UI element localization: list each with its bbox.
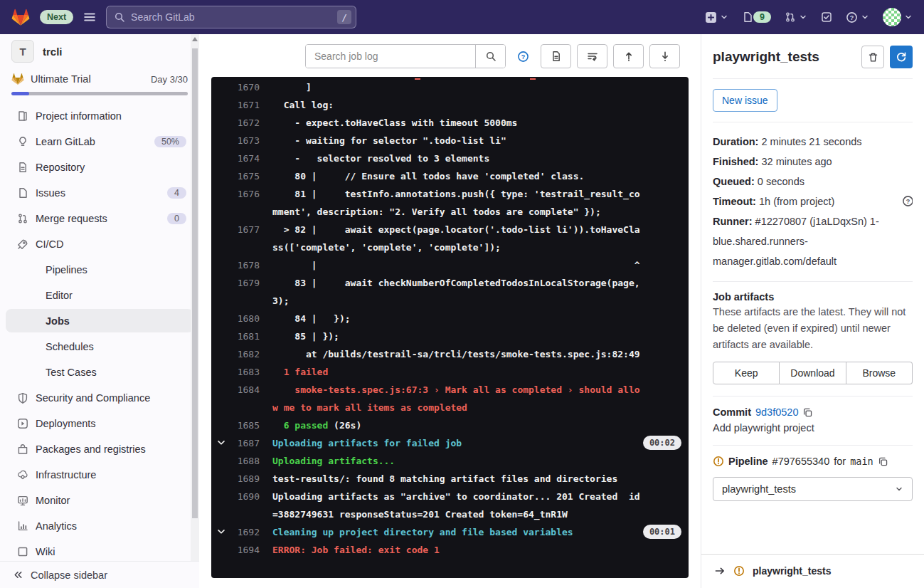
detail-label: Queued: [713, 176, 758, 187]
log-line-number[interactable]: 1684 [225, 381, 260, 399]
sidebar-job-list-item[interactable]: playwright_tests [701, 554, 924, 588]
collapse-sidebar-button[interactable]: Collapse sidebar [0, 561, 199, 588]
log-line-number[interactable]: 1681 [225, 327, 260, 345]
doc-text-icon [551, 51, 562, 62]
sidebar-item-editor[interactable]: Editor [6, 283, 193, 307]
log-line-number[interactable]: 1680 [225, 310, 260, 327]
log-line-number[interactable]: 1679 [225, 274, 260, 292]
log-line-number[interactable]: 1683 [225, 363, 260, 381]
log-line-1672: 1672 - expect.toHaveClass with timeout 5… [211, 114, 689, 132]
chevron-down-icon[interactable] [216, 438, 226, 448]
global-search-input[interactable] [131, 11, 331, 23]
job-log-search-button[interactable] [475, 45, 505, 68]
log-line-number[interactable]: 1692 [225, 523, 260, 541]
log-line-number[interactable]: 1688 [225, 452, 260, 470]
job-stage-dropdown[interactable]: playwright_tests [713, 477, 913, 501]
sidebar-scrollbar[interactable] [191, 34, 199, 561]
log-line-number[interactable]: 1694 [225, 541, 260, 559]
log-line-number[interactable]: 1677 [225, 221, 260, 238]
scrollbar-up-arrow[interactable] [192, 37, 198, 41]
log-text-segment: 83 | await checkNumberOfCompletedTodosIn… [272, 278, 645, 306]
sidebar-item-wiki[interactable]: Wiki [6, 540, 193, 561]
sidebar-item-infrastructure[interactable]: Infrastructure [6, 463, 193, 486]
log-line-number[interactable]: 1678 [225, 256, 260, 274]
log-line-number[interactable]: 1670 [225, 78, 260, 96]
log-line-number[interactable]: 1682 [225, 345, 260, 363]
svg-text:?: ? [906, 198, 910, 205]
browse-artifacts-button[interactable]: Browse [846, 362, 913, 384]
job-details-panel: playwright_tests New issue Duration: 2 m… [701, 34, 924, 588]
sidebar-item-monitor[interactable]: Monitor [6, 488, 193, 512]
merge-requests-menu-button[interactable] [785, 11, 807, 23]
gitlab-logo-icon[interactable] [11, 8, 30, 26]
show-raw-button[interactable] [541, 44, 571, 68]
new-issue-button[interactable]: New issue [713, 89, 777, 112]
analytics-icon [17, 520, 28, 532]
global-search[interactable]: / [106, 6, 356, 28]
sidebar-item-jobs[interactable]: Jobs [6, 309, 193, 332]
issues-shortcut-button[interactable]: 9 [742, 11, 771, 23]
section-duration-badge: 00:02 [643, 436, 681, 450]
scrollbar-thumb[interactable] [192, 48, 198, 518]
next-badge[interactable]: Next [40, 10, 73, 24]
pipeline-ref-link[interactable]: main [850, 456, 873, 467]
sidebar-item-deployments[interactable]: Deployments [6, 411, 193, 435]
log-line-number[interactable]: 1687 [225, 434, 260, 452]
sidebar-item-learn-gitlab[interactable]: Learn GitLab50% [6, 130, 193, 153]
sidebar-item-pipelines[interactable]: Pipelines [6, 258, 193, 281]
log-line-number[interactable]: 1673 [225, 132, 260, 149]
new-menu-button[interactable] [705, 11, 728, 23]
scroll-top-button[interactable] [613, 44, 644, 68]
retry-job-button[interactable] [890, 46, 913, 68]
detail-label: Timeout: [713, 196, 759, 207]
user-menu-button[interactable] [883, 8, 913, 26]
copy-commit-sha-icon[interactable] [802, 407, 813, 418]
erase-job-log-button[interactable] [861, 46, 884, 68]
log-text-segment: 1 failed [272, 367, 328, 377]
log-line-number[interactable]: 1690 [225, 488, 260, 505]
sidebar-item-security-and-compliance[interactable]: Security and Compliance [6, 386, 193, 409]
wrap-lines-button[interactable] [577, 44, 607, 68]
timeout-help-icon[interactable]: ? [902, 195, 913, 207]
keep-artifacts-button[interactable]: Keep [713, 362, 780, 384]
log-line-number[interactable]: 1671 [225, 96, 260, 114]
commit-sha-link[interactable]: 9d3f0520 [755, 406, 798, 418]
log-line-number[interactable]: 1675 [225, 167, 260, 185]
sidebar-item-schedules[interactable]: Schedules [6, 335, 193, 358]
sidebar-item-test-cases[interactable]: Test Cases [6, 360, 193, 384]
retry-icon [896, 51, 907, 63]
pipeline-id-link[interactable]: #797655340 [772, 456, 830, 467]
log-line-number[interactable]: 1672 [225, 114, 260, 132]
sidebar-item-merge-requests[interactable]: Merge requests0 [6, 206, 193, 230]
log-line-number[interactable]: 1689 [225, 470, 260, 488]
project-context-header[interactable]: T trcli [0, 34, 199, 68]
sidebar-item-repository[interactable]: Repository [6, 155, 193, 179]
log-line-number[interactable]: 1685 [225, 416, 260, 434]
log-line-1694: 1694ERROR: Job failed: exit code 1 [211, 541, 689, 559]
sidebar-item-ci-cd[interactable]: CI/CD [6, 232, 193, 256]
scroll-bottom-button[interactable] [649, 44, 680, 68]
log-line-number[interactable]: 1676 [225, 185, 260, 203]
log-line-1677: 1677 > 82 | await expect(page.locator('.… [211, 221, 689, 256]
job-log-search[interactable] [305, 44, 506, 68]
search-help-icon[interactable]: ? [517, 51, 529, 63]
sidebar-item-issues[interactable]: Issues4 [6, 181, 193, 204]
log-text-segment: 84 | }); [272, 313, 351, 324]
sidebar-item-analytics[interactable]: Analytics [6, 514, 193, 537]
copy-ref-icon[interactable] [878, 456, 888, 467]
hamburger-menu-icon[interactable] [83, 11, 96, 23]
log-line-number[interactable]: 1674 [225, 149, 260, 167]
job-title: playwright_tests [713, 49, 861, 65]
user-avatar [883, 8, 901, 26]
trial-widget[interactable]: Ultimate Trial Day 3/30 [0, 68, 199, 103]
sidebar-item-project-information[interactable]: Project information [6, 104, 193, 127]
download-artifacts-button[interactable]: Download [780, 362, 846, 384]
help-menu-button[interactable]: ? [846, 11, 869, 23]
chevron-down-icon[interactable] [216, 527, 226, 537]
job-log-search-input[interactable] [306, 45, 475, 68]
detail-value: 1h (from project) [759, 196, 834, 207]
sidebar-item-label: Analytics [36, 520, 186, 532]
todos-button[interactable] [821, 11, 832, 23]
monitor-icon [17, 495, 28, 506]
sidebar-item-packages-and-registries[interactable]: Packages and registries [6, 437, 193, 461]
